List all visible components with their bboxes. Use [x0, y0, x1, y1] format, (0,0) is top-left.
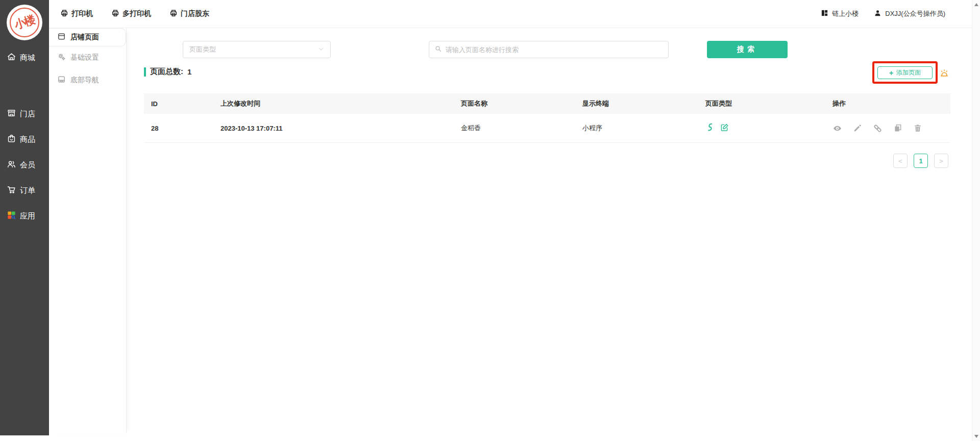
table-header-row: ID 上次修改时间 页面名称 显示终端 页面类型 操作: [144, 93, 950, 114]
storefront-icon: [7, 108, 16, 119]
cell-name: 金稻香: [454, 124, 575, 133]
scroll-down-arrow-icon[interactable]: [974, 435, 978, 438]
pagination-next-button[interactable]: >: [934, 154, 948, 168]
pagination-prev-button[interactable]: <: [893, 154, 908, 168]
col-header-modified: 上次修改时间: [213, 99, 454, 108]
submenu-item-bottom-nav[interactable]: 底部导航: [49, 69, 126, 91]
topnav-item-multiprinter[interactable]: 多打印机: [111, 9, 151, 19]
edit-square-icon: [720, 123, 729, 134]
chevron-down-icon: [318, 46, 324, 54]
col-header-name: 页面名称: [454, 99, 575, 108]
sidebar-item-label: 门店: [20, 109, 35, 119]
col-header-id: ID: [144, 100, 213, 108]
col-header-terminal: 显示终端: [575, 99, 698, 108]
sidebar-item-orders[interactable]: 订单: [0, 184, 49, 197]
col-header-type: 页面类型: [698, 99, 825, 108]
cell-id: 28: [144, 125, 213, 132]
brand-logo[interactable]: 小楼: [7, 5, 42, 40]
submenu-item-label: 店铺页面: [70, 33, 99, 42]
cell-actions: [825, 124, 950, 133]
topbar-right: 链上小楼 DXJJ(公众号操作员): [821, 9, 972, 18]
home-icon: [7, 52, 16, 63]
pagination: < 1 >: [893, 154, 948, 168]
submenu-panel: 店铺页面 基础设置 底部导航: [49, 28, 127, 433]
accent-bar: [144, 67, 146, 77]
topbar: 打印机 多打印机 门店股东 链上小楼: [49, 0, 972, 28]
submenu-item-label: 基础设置: [70, 53, 99, 62]
eye-icon[interactable]: [832, 124, 842, 133]
gears-icon: [57, 53, 66, 63]
topnav-item-label: 打印机: [71, 9, 93, 18]
sidebar-item-mall[interactable]: 商城: [0, 52, 49, 64]
vertical-scrollbar[interactable]: [972, 0, 980, 441]
page-type-placeholder: 页面类型: [189, 45, 216, 54]
search-icon: [434, 45, 442, 55]
submenu-item-basic-settings[interactable]: 基础设置: [49, 46, 126, 69]
sidebar-item-label: 订单: [20, 186, 35, 195]
annotation-highlight-box: [872, 61, 938, 84]
link-icon[interactable]: [873, 124, 883, 133]
table-row: 28 2023-10-13 17:07:11 金稻香 小程序: [144, 114, 950, 143]
sidebar-item-apps[interactable]: 应用: [0, 210, 49, 222]
sidebar-item-label: 商品: [20, 135, 35, 144]
app-root: 小楼 商城 门店 商品 会员: [0, 0, 980, 441]
topnav: 打印机 多打印机 门店股东: [49, 9, 209, 19]
search-button[interactable]: 搜索: [707, 41, 788, 58]
sidebar-item-label: 会员: [20, 160, 35, 170]
scroll-up-arrow-icon[interactable]: [974, 3, 978, 6]
cell-page-type: [698, 122, 825, 134]
page-count-label: 页面总数:: [150, 67, 183, 77]
user-icon: [874, 9, 881, 18]
printer-icon: [169, 9, 178, 19]
browser-window-icon: [57, 32, 66, 42]
topnav-item-printer[interactable]: 打印机: [60, 9, 93, 19]
workspace-grid-icon: [821, 9, 828, 18]
search-input[interactable]: [446, 46, 663, 54]
trash-icon[interactable]: [913, 124, 922, 133]
submenu-item-shop-pages[interactable]: 店铺页面: [49, 28, 126, 46]
cell-modified: 2023-10-13 17:07:11: [213, 125, 454, 132]
logo-text: 小楼: [12, 12, 36, 33]
topnav-item-shareholder[interactable]: 门店股东: [169, 9, 209, 19]
cell-terminal: 小程序: [575, 124, 698, 133]
user-menu[interactable]: DXJJ(公众号操作员): [874, 9, 945, 18]
alarm-icon[interactable]: [939, 68, 949, 78]
sidebar-item-label: 商城: [20, 53, 35, 63]
topnav-item-label: 多打印机: [122, 9, 151, 18]
bottom-nav-icon: [57, 75, 66, 85]
pages-table: ID 上次修改时间 页面名称 显示终端 页面类型 操作 28 2023-10-1…: [144, 93, 950, 143]
page-count-summary: 页面总数: 1: [144, 67, 191, 77]
apps-grid-icon: [7, 210, 16, 222]
users-icon: [7, 159, 16, 170]
sidebar-item-goods[interactable]: 商品: [0, 133, 49, 145]
miniprogram-icon: [705, 122, 715, 134]
logo-ring: 小楼: [10, 8, 39, 37]
user-label: DXJJ(公众号操作员): [885, 9, 945, 18]
printer-icon: [111, 9, 119, 19]
sidebar-item-members[interactable]: 会员: [0, 159, 49, 171]
topnav-item-label: 门店股东: [181, 9, 209, 18]
workspace-switcher[interactable]: 链上小楼: [821, 9, 859, 18]
printer-icon: [60, 9, 68, 19]
col-header-actions: 操作: [825, 99, 950, 108]
pencil-icon[interactable]: [853, 124, 862, 133]
main-content: 页面类型 搜索 页面总数: 1 + 添加页面 I: [127, 28, 972, 435]
search-field-wrap: [429, 41, 669, 58]
page-count-value: 1: [187, 67, 191, 76]
copy-icon[interactable]: [893, 124, 902, 133]
sidebar-item-stores[interactable]: 门店: [0, 108, 49, 120]
sidebar-item-label: 应用: [20, 211, 35, 221]
main-sidebar: 小楼 商城 门店 商品 会员: [0, 0, 49, 435]
page-type-select[interactable]: 页面类型: [183, 41, 331, 58]
shopping-bag-icon: [7, 134, 16, 145]
workspace-label: 链上小楼: [832, 9, 859, 18]
pagination-page-1[interactable]: 1: [914, 154, 928, 168]
cart-icon: [7, 185, 16, 196]
submenu-item-label: 底部导航: [70, 76, 99, 85]
